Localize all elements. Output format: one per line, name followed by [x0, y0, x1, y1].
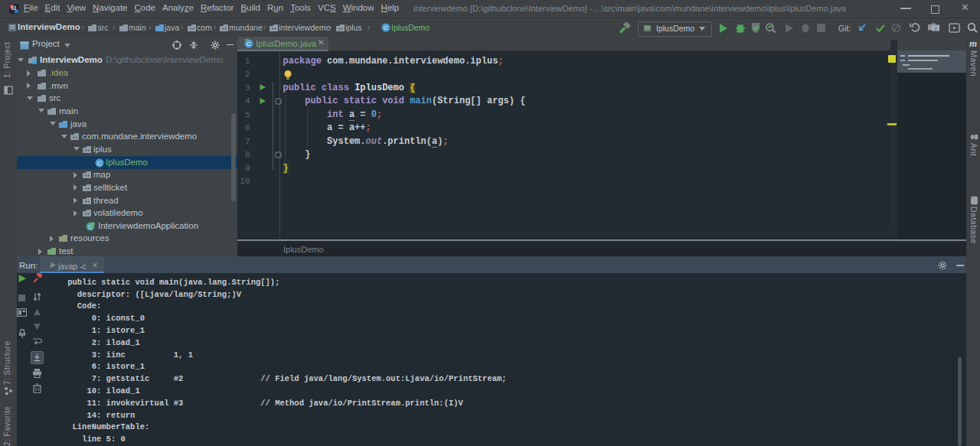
- svg-text:C: C: [97, 159, 102, 166]
- svg-text:C: C: [384, 24, 388, 31]
- svg-text:C: C: [247, 41, 251, 47]
- svg-text:#: #: [934, 25, 938, 32]
